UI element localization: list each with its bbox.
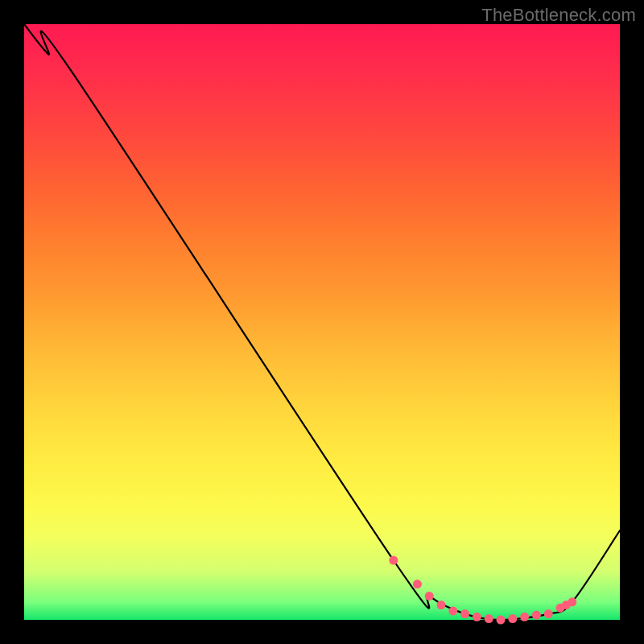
- highlight-dot: [425, 592, 434, 601]
- highlight-dot: [460, 609, 469, 618]
- highlight-dot: [568, 597, 576, 606]
- highlight-dot: [448, 606, 457, 615]
- bottleneck-curve: [24, 24, 620, 620]
- highlight-dot: [389, 556, 398, 565]
- highlight-dot: [508, 614, 517, 623]
- highlight-dots: [389, 556, 576, 625]
- highlight-dot: [485, 614, 493, 623]
- highlight-dot: [520, 613, 529, 621]
- highlight-dot: [413, 580, 422, 588]
- watermark-text: TheBottleneck.com: [481, 5, 636, 26]
- highlight-dot: [473, 613, 481, 621]
- highlight-dot: [497, 616, 506, 625]
- highlight-dot: [544, 609, 553, 618]
- plot-area: [24, 24, 620, 620]
- highlight-dot: [437, 601, 446, 609]
- chart-svg: [24, 24, 620, 620]
- chart-frame: TheBottleneck.com: [0, 0, 644, 644]
- highlight-dot: [532, 611, 541, 620]
